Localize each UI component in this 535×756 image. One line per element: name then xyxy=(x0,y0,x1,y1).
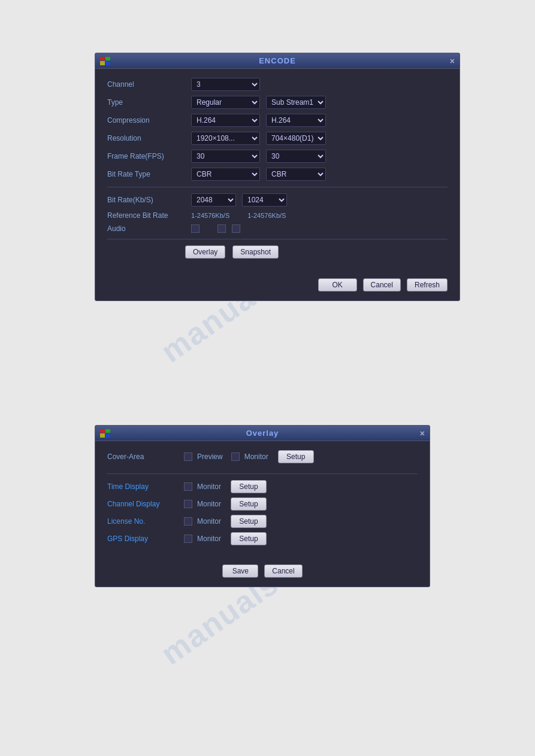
bit-rate-type-row: Bit Rate Type CBRVBR CBRVBR xyxy=(107,168,448,181)
bit-rate-type-label: Bit Rate Type xyxy=(107,170,185,178)
gps-display-label: GPS Display xyxy=(107,535,179,543)
overlay-cancel-button[interactable]: Cancel xyxy=(264,564,302,578)
overlay-icon-green xyxy=(105,429,110,433)
audio-row: Audio xyxy=(107,224,448,233)
overlay-body: Cover-Area Preview Monitor Setup Time Di… xyxy=(95,441,430,558)
overlay-dialog-icon xyxy=(100,429,111,438)
resolution-select[interactable]: 1920×108...1280×720704×480(D1) xyxy=(191,132,260,145)
action-buttons-row: Overlay Snapshot xyxy=(107,245,448,259)
encode-dialog: ENCODE × Channel 3 124 Type Regular MDAl… xyxy=(95,53,460,301)
frame-rate-row: Frame Rate(FPS) 30252015105 30252015105 xyxy=(107,150,448,163)
overlay-button[interactable]: Overlay xyxy=(185,245,225,259)
bit-rate-type-select[interactable]: CBRVBR xyxy=(191,168,260,181)
refresh-button[interactable]: Refresh xyxy=(407,278,448,292)
channel-select[interactable]: 3 124 xyxy=(191,78,260,91)
icon-yellow xyxy=(100,61,105,65)
time-display-monitor-label: Monitor xyxy=(197,482,221,491)
cover-area-label: Cover-Area xyxy=(107,453,179,461)
channel-display-setup-button[interactable]: Setup xyxy=(231,497,267,511)
ref-bit-rate-row: Reference Bit Rate 1-24576Kb/S 1-24576Kb… xyxy=(107,211,448,220)
encode-dialog-icon xyxy=(100,57,111,65)
overlay-close-button[interactable]: × xyxy=(420,429,425,438)
channel-display-row: Channel Display Monitor Setup xyxy=(107,497,418,511)
overlay-titlebar: Overlay × xyxy=(95,426,430,441)
gps-display-setup-button[interactable]: Setup xyxy=(231,532,267,545)
cover-area-section: Cover-Area Preview Monitor Setup xyxy=(107,450,418,474)
sub-stream-select[interactable]: Sub Stream1 Sub Stream2 xyxy=(266,96,326,109)
overlay-save-button[interactable]: Save xyxy=(222,564,258,578)
frame-rate-select[interactable]: 30252015105 xyxy=(191,150,260,163)
frame-rate2-select[interactable]: 30252015105 xyxy=(266,150,326,163)
audio-checkbox2[interactable] xyxy=(217,224,226,233)
overlay-icon-red xyxy=(100,429,105,433)
time-display-row: Time Display Monitor Setup xyxy=(107,480,418,493)
type-label: Type xyxy=(107,98,185,107)
cancel-button[interactable]: Cancel xyxy=(363,278,401,292)
gps-display-monitor-label: Monitor xyxy=(197,535,221,543)
overlay-icon-blue xyxy=(105,433,110,438)
license-no-monitor-checkbox[interactable] xyxy=(184,517,192,526)
channel-label: Channel xyxy=(107,80,185,89)
cover-area-monitor-label: Monitor xyxy=(244,453,268,461)
frame-rate-label: Frame Rate(FPS) xyxy=(107,152,185,160)
separator2 xyxy=(107,239,448,239)
type-row: Type Regular MDAlarmAll Sub Stream1 Sub … xyxy=(107,96,448,109)
compression2-select[interactable]: H.264H.265 xyxy=(266,114,326,127)
gps-display-monitor-checkbox[interactable] xyxy=(184,535,192,543)
icon-green xyxy=(105,57,110,61)
cover-area-preview-label: Preview xyxy=(197,453,223,461)
license-no-setup-button[interactable]: Setup xyxy=(231,515,267,528)
cover-area-row: Cover-Area Preview Monitor Setup xyxy=(107,450,418,463)
license-no-label: License No. xyxy=(107,517,179,526)
resolution-label: Resolution xyxy=(107,134,185,142)
separator1 xyxy=(107,187,448,187)
time-display-label: Time Display xyxy=(107,482,179,491)
cover-area-monitor-checkbox[interactable] xyxy=(231,453,240,461)
license-no-row: License No. Monitor Setup xyxy=(107,515,418,528)
audio-checkbox1[interactable] xyxy=(191,224,200,233)
ref-bit-rate-label: Reference Bit Rate xyxy=(107,211,185,220)
channel-display-label: Channel Display xyxy=(107,500,179,508)
time-display-setup-button[interactable]: Setup xyxy=(231,480,267,493)
encode-titlebar: ENCODE × xyxy=(95,53,460,69)
encode-close-button[interactable]: × xyxy=(450,56,455,66)
ref-bit-rate-value1: 1-24576Kb/S xyxy=(191,212,229,219)
bit-rate-row: Bit Rate(Kb/S) 20485121024409661448192 1… xyxy=(107,193,448,207)
channel-row: Channel 3 124 xyxy=(107,78,448,91)
encode-title: ENCODE xyxy=(259,56,296,65)
overlay-dialog: Overlay × Cover-Area Preview Monitor Set… xyxy=(95,425,430,587)
icon-blue xyxy=(105,61,110,65)
encode-footer: OK Cancel Refresh xyxy=(95,272,460,300)
cover-area-setup-button[interactable]: Setup xyxy=(278,450,314,463)
ok-button[interactable]: OK xyxy=(318,278,357,292)
overlay-icon-yellow xyxy=(100,433,105,438)
audio-checkbox3[interactable] xyxy=(232,224,240,233)
type-select[interactable]: Regular MDAlarmAll xyxy=(191,96,260,109)
resolution-row: Resolution 1920×108...1280×720704×480(D1… xyxy=(107,132,448,145)
bit-rate-type2-select[interactable]: CBRVBR xyxy=(266,168,326,181)
bit-rate-label: Bit Rate(Kb/S) xyxy=(107,196,185,204)
time-display-monitor-checkbox[interactable] xyxy=(184,482,192,491)
audio-label: Audio xyxy=(107,224,185,233)
channel-display-monitor-checkbox[interactable] xyxy=(184,500,192,508)
overlay-title: Overlay xyxy=(246,429,279,438)
compression-row: Compression H.264H.265 H.264H.265 xyxy=(107,114,448,127)
compression-label: Compression xyxy=(107,116,185,125)
snapshot-button[interactable]: Snapshot xyxy=(232,245,279,259)
bit-rate2-select[interactable]: 10245122048 xyxy=(242,193,287,207)
icon-red xyxy=(100,57,105,61)
gps-display-row: GPS Display Monitor Setup xyxy=(107,532,418,545)
overlay-footer: Save Cancel xyxy=(95,558,430,587)
resolution2-select[interactable]: 704×480(D1)352×240(CIF) xyxy=(266,132,326,145)
license-no-monitor-label: Monitor xyxy=(197,517,221,526)
channel-display-monitor-label: Monitor xyxy=(197,500,221,508)
ref-bit-rate-value2: 1-24576Kb/S xyxy=(247,212,286,219)
encode-body: Channel 3 124 Type Regular MDAlarmAll Su… xyxy=(95,69,460,272)
bit-rate-select[interactable]: 20485121024409661448192 xyxy=(191,193,236,207)
cover-area-preview-checkbox[interactable] xyxy=(184,453,192,461)
compression-select[interactable]: H.264H.265 xyxy=(191,114,260,127)
